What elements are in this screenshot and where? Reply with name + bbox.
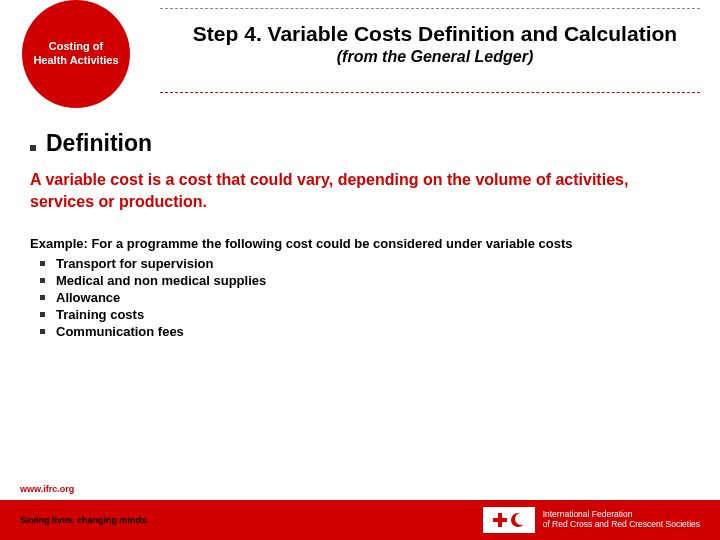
list-item: Training costs — [30, 306, 690, 323]
footer-top: www.ifrc.org — [0, 478, 720, 500]
org-line2: of Red Cross and Red Crescent Societies — [543, 520, 700, 530]
example-list: Transport for supervision Medical and no… — [30, 255, 690, 340]
ifrc-logo: International Federation of Red Cross an… — [483, 507, 700, 533]
footer-bar: Saving lives, changing minds. Internatio… — [0, 500, 720, 540]
divider-top — [160, 8, 700, 9]
footer: www.ifrc.org Saving lives, changing mind… — [0, 478, 720, 540]
footer-tagline: Saving lives, changing minds. — [20, 515, 149, 525]
divider-bottom — [160, 92, 700, 93]
ifrc-logo-text: International Federation of Red Cross an… — [543, 510, 700, 530]
title-sub: (from the General Ledger) — [337, 48, 533, 65]
list-item: Transport for supervision — [30, 255, 690, 272]
list-item: Allowance — [30, 289, 690, 306]
definition-heading-row: Definition — [30, 130, 690, 157]
slide-title: Step 4. Variable Costs Definition and Ca… — [180, 20, 690, 66]
topic-circle: Costing of Health Activities — [22, 0, 130, 108]
title-main: Step 4. Variable Costs Definition and Ca… — [193, 22, 677, 45]
header: Costing of Health Activities Step 4. Var… — [0, 0, 720, 100]
ifrc-emblem — [483, 507, 535, 533]
list-item: Communication fees — [30, 323, 690, 340]
definition-body: A variable cost is a cost that could var… — [30, 169, 690, 212]
definition-heading: Definition — [46, 130, 152, 157]
example-lead: Example: For a programme the following c… — [30, 236, 690, 251]
red-cross-icon — [493, 513, 507, 527]
red-crescent-icon — [511, 513, 525, 527]
topic-circle-label: Costing of Health Activities — [32, 40, 120, 68]
bullet-icon — [30, 145, 36, 151]
content: Definition A variable cost is a cost tha… — [0, 100, 720, 340]
footer-url: www.ifrc.org — [20, 484, 74, 494]
list-item: Medical and non medical supplies — [30, 272, 690, 289]
